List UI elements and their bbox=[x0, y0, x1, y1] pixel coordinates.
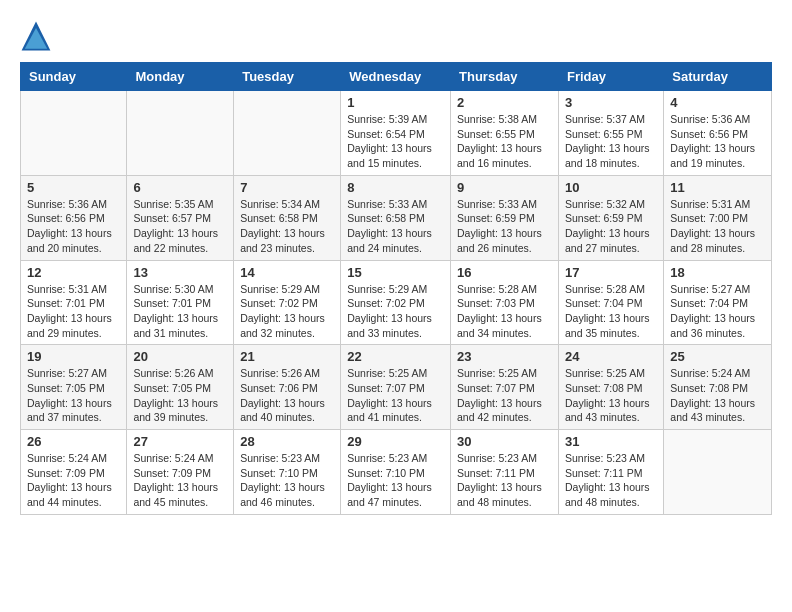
day-number: 26 bbox=[27, 434, 120, 449]
day-info: Sunrise: 5:26 AM Sunset: 7:06 PM Dayligh… bbox=[240, 366, 334, 425]
calendar-cell: 13Sunrise: 5:30 AM Sunset: 7:01 PM Dayli… bbox=[127, 260, 234, 345]
day-number: 23 bbox=[457, 349, 552, 364]
logo bbox=[20, 20, 56, 52]
header-cell-friday: Friday bbox=[558, 63, 663, 91]
header-cell-tuesday: Tuesday bbox=[234, 63, 341, 91]
day-number: 7 bbox=[240, 180, 334, 195]
day-info: Sunrise: 5:28 AM Sunset: 7:04 PM Dayligh… bbox=[565, 282, 657, 341]
day-info: Sunrise: 5:34 AM Sunset: 6:58 PM Dayligh… bbox=[240, 197, 334, 256]
day-info: Sunrise: 5:39 AM Sunset: 6:54 PM Dayligh… bbox=[347, 112, 444, 171]
calendar-cell: 28Sunrise: 5:23 AM Sunset: 7:10 PM Dayli… bbox=[234, 430, 341, 515]
day-info: Sunrise: 5:29 AM Sunset: 7:02 PM Dayligh… bbox=[240, 282, 334, 341]
day-number: 14 bbox=[240, 265, 334, 280]
day-number: 19 bbox=[27, 349, 120, 364]
calendar-cell: 30Sunrise: 5:23 AM Sunset: 7:11 PM Dayli… bbox=[451, 430, 559, 515]
day-number: 5 bbox=[27, 180, 120, 195]
day-number: 28 bbox=[240, 434, 334, 449]
header-row: SundayMondayTuesdayWednesdayThursdayFrid… bbox=[21, 63, 772, 91]
calendar-cell: 10Sunrise: 5:32 AM Sunset: 6:59 PM Dayli… bbox=[558, 175, 663, 260]
day-info: Sunrise: 5:23 AM Sunset: 7:10 PM Dayligh… bbox=[240, 451, 334, 510]
day-info: Sunrise: 5:25 AM Sunset: 7:07 PM Dayligh… bbox=[347, 366, 444, 425]
week-row-4: 19Sunrise: 5:27 AM Sunset: 7:05 PM Dayli… bbox=[21, 345, 772, 430]
calendar: SundayMondayTuesdayWednesdayThursdayFrid… bbox=[20, 62, 772, 515]
day-info: Sunrise: 5:31 AM Sunset: 7:00 PM Dayligh… bbox=[670, 197, 765, 256]
day-number: 15 bbox=[347, 265, 444, 280]
day-number: 24 bbox=[565, 349, 657, 364]
day-info: Sunrise: 5:33 AM Sunset: 6:58 PM Dayligh… bbox=[347, 197, 444, 256]
day-number: 30 bbox=[457, 434, 552, 449]
calendar-cell: 16Sunrise: 5:28 AM Sunset: 7:03 PM Dayli… bbox=[451, 260, 559, 345]
calendar-cell: 11Sunrise: 5:31 AM Sunset: 7:00 PM Dayli… bbox=[664, 175, 772, 260]
calendar-cell: 24Sunrise: 5:25 AM Sunset: 7:08 PM Dayli… bbox=[558, 345, 663, 430]
day-info: Sunrise: 5:33 AM Sunset: 6:59 PM Dayligh… bbox=[457, 197, 552, 256]
calendar-cell: 21Sunrise: 5:26 AM Sunset: 7:06 PM Dayli… bbox=[234, 345, 341, 430]
day-info: Sunrise: 5:35 AM Sunset: 6:57 PM Dayligh… bbox=[133, 197, 227, 256]
day-number: 18 bbox=[670, 265, 765, 280]
calendar-cell: 15Sunrise: 5:29 AM Sunset: 7:02 PM Dayli… bbox=[341, 260, 451, 345]
header-cell-thursday: Thursday bbox=[451, 63, 559, 91]
calendar-cell: 17Sunrise: 5:28 AM Sunset: 7:04 PM Dayli… bbox=[558, 260, 663, 345]
day-info: Sunrise: 5:27 AM Sunset: 7:04 PM Dayligh… bbox=[670, 282, 765, 341]
day-number: 29 bbox=[347, 434, 444, 449]
day-info: Sunrise: 5:26 AM Sunset: 7:05 PM Dayligh… bbox=[133, 366, 227, 425]
week-row-3: 12Sunrise: 5:31 AM Sunset: 7:01 PM Dayli… bbox=[21, 260, 772, 345]
calendar-cell: 23Sunrise: 5:25 AM Sunset: 7:07 PM Dayli… bbox=[451, 345, 559, 430]
day-number: 31 bbox=[565, 434, 657, 449]
day-info: Sunrise: 5:29 AM Sunset: 7:02 PM Dayligh… bbox=[347, 282, 444, 341]
day-info: Sunrise: 5:24 AM Sunset: 7:09 PM Dayligh… bbox=[27, 451, 120, 510]
day-number: 17 bbox=[565, 265, 657, 280]
day-info: Sunrise: 5:23 AM Sunset: 7:11 PM Dayligh… bbox=[457, 451, 552, 510]
calendar-cell bbox=[21, 91, 127, 176]
day-number: 3 bbox=[565, 95, 657, 110]
page-header bbox=[20, 20, 772, 52]
header-cell-saturday: Saturday bbox=[664, 63, 772, 91]
day-number: 27 bbox=[133, 434, 227, 449]
day-number: 2 bbox=[457, 95, 552, 110]
day-number: 8 bbox=[347, 180, 444, 195]
day-info: Sunrise: 5:36 AM Sunset: 6:56 PM Dayligh… bbox=[27, 197, 120, 256]
header-cell-sunday: Sunday bbox=[21, 63, 127, 91]
calendar-cell: 9Sunrise: 5:33 AM Sunset: 6:59 PM Daylig… bbox=[451, 175, 559, 260]
day-info: Sunrise: 5:37 AM Sunset: 6:55 PM Dayligh… bbox=[565, 112, 657, 171]
day-number: 21 bbox=[240, 349, 334, 364]
calendar-cell bbox=[127, 91, 234, 176]
day-number: 20 bbox=[133, 349, 227, 364]
calendar-cell: 25Sunrise: 5:24 AM Sunset: 7:08 PM Dayli… bbox=[664, 345, 772, 430]
calendar-cell: 22Sunrise: 5:25 AM Sunset: 7:07 PM Dayli… bbox=[341, 345, 451, 430]
calendar-cell bbox=[234, 91, 341, 176]
calendar-cell: 3Sunrise: 5:37 AM Sunset: 6:55 PM Daylig… bbox=[558, 91, 663, 176]
calendar-cell: 5Sunrise: 5:36 AM Sunset: 6:56 PM Daylig… bbox=[21, 175, 127, 260]
week-row-1: 1Sunrise: 5:39 AM Sunset: 6:54 PM Daylig… bbox=[21, 91, 772, 176]
calendar-cell bbox=[664, 430, 772, 515]
day-number: 16 bbox=[457, 265, 552, 280]
calendar-cell: 2Sunrise: 5:38 AM Sunset: 6:55 PM Daylig… bbox=[451, 91, 559, 176]
calendar-cell: 7Sunrise: 5:34 AM Sunset: 6:58 PM Daylig… bbox=[234, 175, 341, 260]
calendar-cell: 19Sunrise: 5:27 AM Sunset: 7:05 PM Dayli… bbox=[21, 345, 127, 430]
header-cell-wednesday: Wednesday bbox=[341, 63, 451, 91]
day-info: Sunrise: 5:23 AM Sunset: 7:11 PM Dayligh… bbox=[565, 451, 657, 510]
day-number: 25 bbox=[670, 349, 765, 364]
day-info: Sunrise: 5:24 AM Sunset: 7:09 PM Dayligh… bbox=[133, 451, 227, 510]
header-cell-monday: Monday bbox=[127, 63, 234, 91]
day-number: 13 bbox=[133, 265, 227, 280]
day-info: Sunrise: 5:28 AM Sunset: 7:03 PM Dayligh… bbox=[457, 282, 552, 341]
day-info: Sunrise: 5:36 AM Sunset: 6:56 PM Dayligh… bbox=[670, 112, 765, 171]
calendar-cell: 26Sunrise: 5:24 AM Sunset: 7:09 PM Dayli… bbox=[21, 430, 127, 515]
day-number: 9 bbox=[457, 180, 552, 195]
week-row-5: 26Sunrise: 5:24 AM Sunset: 7:09 PM Dayli… bbox=[21, 430, 772, 515]
day-info: Sunrise: 5:27 AM Sunset: 7:05 PM Dayligh… bbox=[27, 366, 120, 425]
day-info: Sunrise: 5:23 AM Sunset: 7:10 PM Dayligh… bbox=[347, 451, 444, 510]
calendar-cell: 12Sunrise: 5:31 AM Sunset: 7:01 PM Dayli… bbox=[21, 260, 127, 345]
calendar-cell: 4Sunrise: 5:36 AM Sunset: 6:56 PM Daylig… bbox=[664, 91, 772, 176]
day-info: Sunrise: 5:25 AM Sunset: 7:08 PM Dayligh… bbox=[565, 366, 657, 425]
calendar-cell: 6Sunrise: 5:35 AM Sunset: 6:57 PM Daylig… bbox=[127, 175, 234, 260]
day-info: Sunrise: 5:38 AM Sunset: 6:55 PM Dayligh… bbox=[457, 112, 552, 171]
calendar-cell: 31Sunrise: 5:23 AM Sunset: 7:11 PM Dayli… bbox=[558, 430, 663, 515]
day-number: 10 bbox=[565, 180, 657, 195]
day-number: 4 bbox=[670, 95, 765, 110]
calendar-cell: 18Sunrise: 5:27 AM Sunset: 7:04 PM Dayli… bbox=[664, 260, 772, 345]
day-number: 6 bbox=[133, 180, 227, 195]
logo-icon bbox=[20, 20, 52, 52]
day-info: Sunrise: 5:30 AM Sunset: 7:01 PM Dayligh… bbox=[133, 282, 227, 341]
day-number: 1 bbox=[347, 95, 444, 110]
